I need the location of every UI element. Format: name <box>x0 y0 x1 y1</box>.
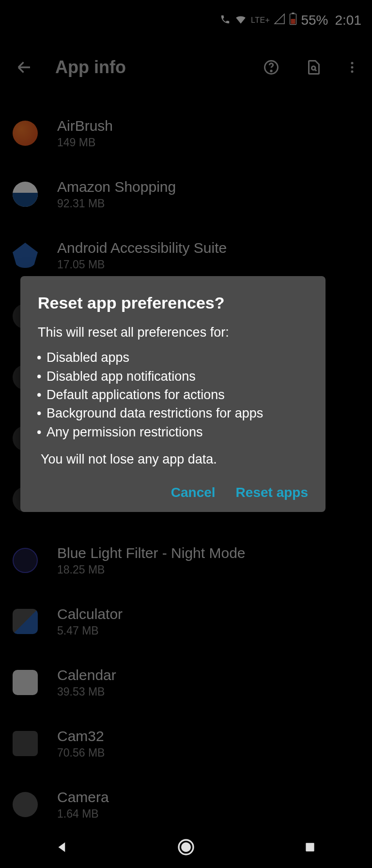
dialog-body: This will reset all preferences for: Dis… <box>38 323 310 468</box>
app-icon <box>13 670 38 695</box>
app-icon <box>13 792 38 817</box>
navigation-bar <box>0 826 372 868</box>
dialog-bullet: Disabled app notifications <box>38 367 310 386</box>
clock-time: 2:01 <box>335 13 362 28</box>
dialog-bullet: Default applications for actions <box>38 386 310 404</box>
app-name-label: AirBrush <box>57 118 113 134</box>
app-name-label: Amazon Shopping <box>57 179 176 195</box>
battery-icon <box>289 13 297 29</box>
app-name-label: Calculator <box>57 606 123 622</box>
app-text: Cam3270.56 MB <box>57 728 105 760</box>
app-size-label: 18.25 MB <box>57 563 246 576</box>
app-bar: App info <box>0 41 372 94</box>
dialog-bullet: Disabled apps <box>38 348 310 367</box>
reset-preferences-dialog: Reset app preferences? This will reset a… <box>20 276 326 512</box>
page-title: App info <box>55 57 240 78</box>
dialog-bullet: Background data restrictions for apps <box>38 404 310 422</box>
app-name-label: Android Accessibility Suite <box>57 240 227 256</box>
svg-rect-11 <box>306 843 314 851</box>
nav-recent-button[interactable] <box>298 836 322 859</box>
app-text: Calculator5.47 MB <box>57 606 123 637</box>
app-row[interactable]: AirBrush149 MB <box>0 103 372 164</box>
reset-apps-button[interactable]: Reset apps <box>236 485 308 500</box>
dialog-bullet-list: Disabled appsDisabled app notificationsD… <box>38 348 310 441</box>
nav-back-button[interactable] <box>50 836 74 859</box>
dialog-bullet: Any permission restrictions <box>38 423 310 441</box>
svg-rect-1 <box>292 13 294 14</box>
status-icons: LTE+ 55% 2:01 <box>220 13 361 29</box>
app-text: AirBrush149 MB <box>57 118 113 149</box>
wifi-calling-icon <box>220 13 231 28</box>
app-name-label: Cam32 <box>57 728 105 744</box>
app-icon <box>13 731 38 756</box>
app-text: Calendar39.53 MB <box>57 667 116 698</box>
svg-point-6 <box>351 62 354 64</box>
app-icon <box>13 609 38 634</box>
app-size-label: 17.05 MB <box>57 258 227 271</box>
app-size-label: 5.47 MB <box>57 624 123 637</box>
svg-point-5 <box>312 66 316 70</box>
app-name-label: Camera <box>57 789 109 806</box>
app-row[interactable]: Cam3270.56 MB <box>0 713 372 774</box>
network-type-label: LTE+ <box>251 16 270 25</box>
app-name-label: Calendar <box>57 667 116 683</box>
app-row[interactable]: Blue Light Filter - Night Mode18.25 MB <box>0 530 372 591</box>
dialog-footnote: You will not lose any app data. <box>38 450 310 468</box>
app-size-label: 92.31 MB <box>57 197 176 210</box>
svg-point-7 <box>351 66 354 69</box>
svg-point-4 <box>271 70 272 71</box>
app-size-label: 70.56 MB <box>57 746 105 760</box>
wifi-icon <box>234 13 247 29</box>
app-icon <box>13 182 38 207</box>
app-row[interactable]: Amazon Shopping92.31 MB <box>0 164 372 225</box>
svg-rect-2 <box>291 19 295 24</box>
cancel-button[interactable]: Cancel <box>171 485 216 500</box>
svg-point-10 <box>182 843 190 852</box>
dialog-title: Reset app preferences? <box>38 294 310 312</box>
app-text: Amazon Shopping92.31 MB <box>57 179 176 210</box>
app-text: Android Accessibility Suite17.05 MB <box>57 240 227 271</box>
app-icon <box>13 121 38 146</box>
app-size-label: 39.53 MB <box>57 685 116 698</box>
overflow-menu-icon[interactable] <box>345 56 359 79</box>
app-row[interactable]: Calculator5.47 MB <box>0 591 372 652</box>
app-row[interactable]: Calendar39.53 MB <box>0 652 372 713</box>
search-in-page-icon[interactable] <box>302 56 326 79</box>
dialog-actions: Cancel Reset apps <box>38 485 310 500</box>
app-size-label: 1.64 MB <box>57 807 109 821</box>
app-icon <box>13 548 38 573</box>
cellular-signal-icon <box>274 13 285 28</box>
dialog-intro: This will reset all preferences for: <box>38 323 310 341</box>
nav-home-button[interactable] <box>174 836 198 859</box>
battery-percent: 55% <box>301 13 328 28</box>
app-icon <box>13 243 38 268</box>
svg-point-8 <box>351 70 354 73</box>
app-name-label: Blue Light Filter - Night Mode <box>57 545 246 561</box>
back-button[interactable] <box>13 56 36 79</box>
app-text: Blue Light Filter - Night Mode18.25 MB <box>57 545 246 576</box>
help-icon[interactable] <box>260 56 283 79</box>
app-text: Camera1.64 MB <box>57 789 109 821</box>
status-bar: LTE+ 55% 2:01 <box>0 0 372 41</box>
app-size-label: 149 MB <box>57 136 113 149</box>
